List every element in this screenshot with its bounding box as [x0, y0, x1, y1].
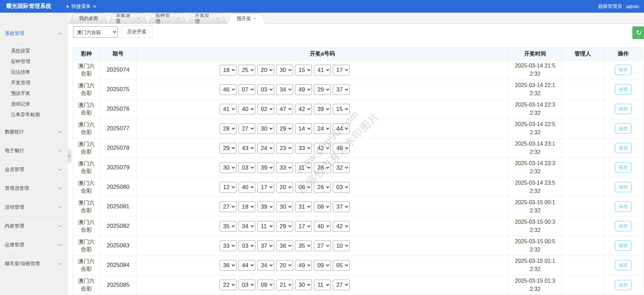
- number-select[interactable]: 35: [220, 221, 236, 232]
- number-select[interactable]: 33: [276, 162, 293, 173]
- sidebar-collapse-handle[interactable]: [68, 150, 71, 163]
- number-select[interactable]: 09: [314, 260, 331, 271]
- number-select[interactable]: 39: [257, 162, 274, 173]
- number-select[interactable]: 03: [238, 280, 255, 290]
- number-select[interactable]: 34: [276, 84, 293, 95]
- number-select[interactable]: 22: [220, 280, 236, 290]
- number-select[interactable]: 44: [238, 260, 255, 271]
- tab-close-icon[interactable]: ×: [216, 16, 219, 21]
- save-button[interactable]: 保存: [615, 182, 632, 192]
- history-draw-button[interactable]: 历史开奖: [121, 26, 153, 38]
- tab[interactable]: 采集设置 ×: [109, 13, 147, 23]
- sidebar-subitem[interactable]: 彩种管理: [0, 56, 67, 67]
- sidebar-section[interactable]: 管理员管理: [0, 179, 67, 198]
- number-select[interactable]: 05: [333, 260, 350, 271]
- sidebar-section[interactable]: 活动管理: [0, 198, 67, 217]
- refresh-button[interactable]: ↻: [632, 26, 644, 39]
- number-select[interactable]: 29: [220, 143, 236, 153]
- number-select[interactable]: 14: [295, 123, 312, 134]
- number-select[interactable]: 29: [276, 221, 293, 232]
- number-select[interactable]: 26: [314, 182, 331, 193]
- tab[interactable]: 彩种管理 ×: [148, 13, 187, 23]
- number-select[interactable]: 15: [333, 104, 350, 114]
- number-select[interactable]: 30: [257, 123, 274, 134]
- number-select[interactable]: 17: [257, 182, 274, 193]
- save-button[interactable]: 保存: [615, 162, 632, 173]
- sidebar-section[interactable]: 会员管理: [0, 160, 67, 179]
- number-select[interactable]: 42: [333, 221, 350, 232]
- number-select[interactable]: 25: [238, 65, 255, 75]
- number-select[interactable]: 20: [276, 260, 293, 271]
- sidebar-section-active[interactable]: 系统管理: [0, 24, 67, 43]
- number-select[interactable]: 21: [276, 280, 293, 290]
- tab[interactable]: 预开奖 ×: [227, 13, 266, 24]
- save-button[interactable]: 保存: [615, 201, 632, 212]
- tab[interactable]: 开奖管理 ×: [188, 13, 226, 23]
- username-button[interactable]: admin: [626, 4, 639, 9]
- number-select[interactable]: 03: [238, 241, 255, 251]
- number-select[interactable]: 36: [276, 241, 293, 251]
- number-select[interactable]: 42: [295, 104, 312, 114]
- number-select[interactable]: 41: [314, 65, 331, 75]
- number-select[interactable]: 28: [220, 123, 236, 134]
- number-select[interactable]: 39: [257, 201, 274, 212]
- save-button[interactable]: 保存: [615, 123, 632, 134]
- number-select[interactable]: 08: [314, 201, 331, 212]
- number-select[interactable]: 48: [333, 143, 350, 153]
- number-select[interactable]: 43: [238, 143, 255, 153]
- save-button[interactable]: 保存: [615, 143, 632, 153]
- sidebar-section[interactable]: 电子银行: [0, 142, 67, 160]
- sidebar-section[interactable]: 数据统计: [0, 123, 67, 142]
- number-select[interactable]: 27: [314, 241, 331, 251]
- number-select[interactable]: 28: [314, 162, 331, 173]
- number-select[interactable]: 32: [333, 162, 350, 173]
- number-select[interactable]: 30: [295, 280, 312, 290]
- number-select[interactable]: 34: [238, 221, 255, 232]
- sidebar-section[interactable]: 内容管理: [0, 217, 67, 236]
- number-select[interactable]: 37: [257, 241, 274, 251]
- sidebar-subitem[interactable]: 预设开奖: [0, 88, 67, 99]
- number-select[interactable]: 29: [276, 123, 293, 134]
- number-select[interactable]: 30: [220, 162, 236, 173]
- tab-close-icon[interactable]: ×: [177, 16, 179, 21]
- tab-close-icon[interactable]: ×: [137, 16, 140, 21]
- number-select[interactable]: 34: [257, 260, 274, 271]
- sidebar-subitem[interactable]: 开奖管理: [0, 77, 67, 88]
- number-select[interactable]: 24: [314, 123, 331, 134]
- lottery-select[interactable]: 澳门六合彩: [73, 26, 118, 38]
- sidebar-subitem[interactable]: 游戏记录: [0, 99, 67, 109]
- number-select[interactable]: 03: [257, 84, 274, 95]
- sidebar-subitem[interactable]: 注单异常检测: [0, 109, 67, 120]
- number-select[interactable]: 41: [220, 104, 236, 114]
- number-select[interactable]: 17: [333, 65, 350, 75]
- number-select[interactable]: 40: [238, 104, 255, 114]
- save-button[interactable]: 保存: [615, 241, 632, 251]
- number-select[interactable]: 18: [220, 65, 236, 75]
- number-select[interactable]: 36: [220, 260, 236, 271]
- save-button[interactable]: 保存: [615, 280, 632, 290]
- quick-menu-button[interactable]: + 快捷菜单: [66, 3, 95, 10]
- number-select[interactable]: 49: [295, 84, 312, 95]
- number-select[interactable]: 27: [333, 280, 350, 290]
- sidebar-subitem[interactable]: 系统设置: [0, 46, 67, 56]
- number-select[interactable]: 47: [276, 104, 293, 114]
- number-select[interactable]: 12: [220, 182, 236, 193]
- number-select[interactable]: 27: [220, 201, 236, 212]
- number-select[interactable]: 27: [238, 123, 255, 134]
- number-select[interactable]: 35: [295, 241, 312, 251]
- number-select[interactable]: 06: [295, 182, 312, 193]
- number-select[interactable]: 40: [238, 182, 255, 193]
- number-select[interactable]: 11: [295, 162, 312, 173]
- number-select[interactable]: 10: [333, 241, 350, 251]
- number-select[interactable]: 37: [333, 201, 350, 212]
- number-select[interactable]: 30: [276, 201, 293, 212]
- sidebar-section[interactable]: 运维管理: [0, 236, 67, 255]
- number-select[interactable]: 09: [257, 280, 274, 290]
- number-select[interactable]: 49: [295, 260, 312, 271]
- number-select[interactable]: 24: [257, 143, 274, 153]
- number-select[interactable]: 17: [295, 221, 312, 232]
- sidebar-subitem[interactable]: 玩法倍率: [0, 67, 67, 77]
- number-select[interactable]: 30: [276, 65, 293, 75]
- tab[interactable]: 我的桌面: [69, 13, 108, 23]
- number-select[interactable]: 23: [276, 143, 293, 153]
